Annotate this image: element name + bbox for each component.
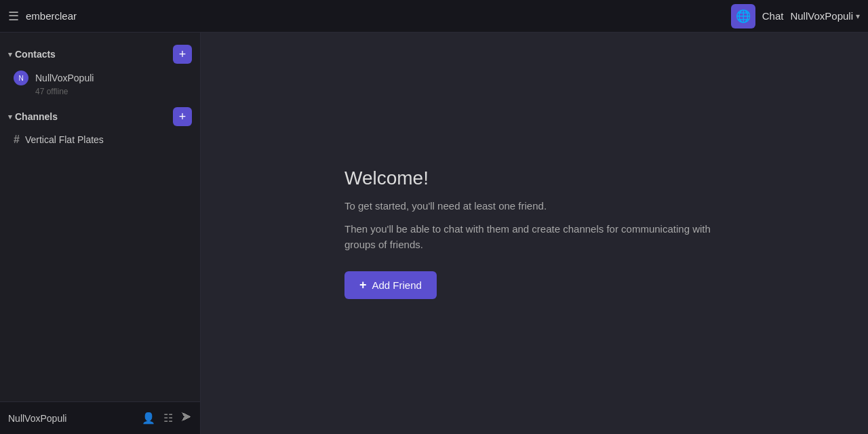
sidebar-footer: NullVoxPopuli 👤 ☷ ⮞ <box>0 401 200 434</box>
add-channel-button[interactable]: + <box>173 107 192 126</box>
topnav-right: 🌐 Chat NullVoxPopuli ▾ <box>731 4 860 28</box>
channel-item[interactable]: # Vertical Flat Plates <box>0 130 200 149</box>
add-friend-label: Add Friend <box>372 279 422 291</box>
user-menu[interactable]: NullVoxPopuli ▾ <box>790 10 860 22</box>
contacts-label-group: ▾ Contacts <box>8 49 56 60</box>
logout-icon[interactable]: ⮞ <box>181 412 192 425</box>
topnav-chevron-icon: ▾ <box>856 12 860 21</box>
topnav: ☰ emberclear 🌐 Chat NullVoxPopuli ▾ <box>0 0 868 33</box>
hamburger-icon[interactable]: ☰ <box>8 9 19 24</box>
main-layout: ▾ Contacts + N NullVoxPopuli 47 offline … <box>0 33 868 434</box>
channels-chevron-icon: ▾ <box>8 113 12 121</box>
contact-item: N NullVoxPopuli 47 offline <box>0 68 200 100</box>
welcome-title: Welcome! <box>344 167 724 189</box>
contacts-label: Contacts <box>15 49 56 60</box>
channel-name: Vertical Flat Plates <box>25 134 104 145</box>
welcome-subtitle: To get started, you'll need at least one… <box>344 199 724 214</box>
channel-hash-icon: # <box>14 134 20 146</box>
avatar: N <box>14 71 28 85</box>
user-profile-icon[interactable]: 👤 <box>142 412 155 425</box>
main-content: Welcome! To get started, you'll need at … <box>201 33 868 434</box>
add-friend-plus-icon: + <box>359 278 367 292</box>
channels-label: Channels <box>15 111 58 122</box>
settings-icon[interactable]: ☷ <box>163 412 173 425</box>
welcome-box: Welcome! To get started, you'll need at … <box>331 154 738 313</box>
chat-label: Chat <box>762 10 784 22</box>
app-title: emberclear <box>26 10 731 22</box>
contact-row[interactable]: N NullVoxPopuli <box>14 71 189 85</box>
contact-name: NullVoxPopuli <box>35 73 94 83</box>
sidebar: ▾ Contacts + N NullVoxPopuli 47 offline … <box>0 33 201 434</box>
add-friend-button[interactable]: + Add Friend <box>344 271 437 299</box>
footer-username: NullVoxPopuli <box>8 413 142 424</box>
contact-status: 47 offline <box>14 85 189 99</box>
sidebar-content: ▾ Contacts + N NullVoxPopuli 47 offline … <box>0 33 200 401</box>
contacts-chevron-icon: ▾ <box>8 50 12 59</box>
add-contact-button[interactable]: + <box>173 45 192 64</box>
globe-icon[interactable]: 🌐 <box>731 4 755 28</box>
contacts-section-header[interactable]: ▾ Contacts + <box>0 38 200 68</box>
channels-label-group: ▾ Channels <box>8 111 58 122</box>
topnav-username: NullVoxPopuli <box>790 10 853 22</box>
welcome-description: Then you'll be able to chat with them an… <box>344 222 724 252</box>
footer-icons: 👤 ☷ ⮞ <box>142 412 192 425</box>
channels-section-header[interactable]: ▾ Channels + <box>0 100 200 130</box>
